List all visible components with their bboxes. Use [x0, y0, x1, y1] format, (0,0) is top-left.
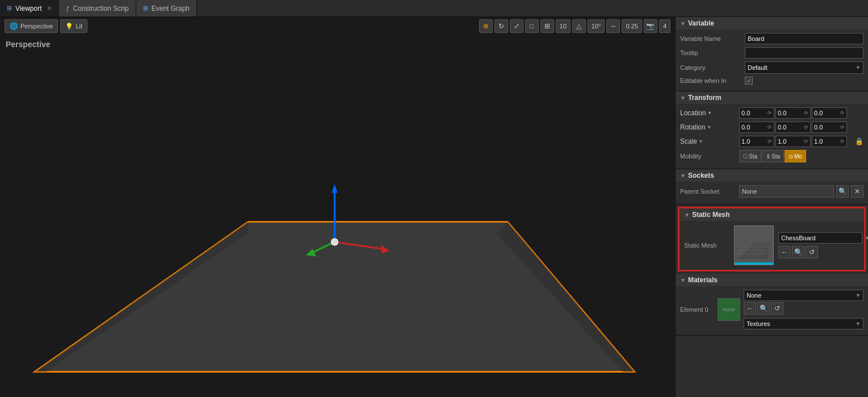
lit-icon: 💡	[65, 23, 73, 30]
rotation-z-value: 0.0	[814, 124, 823, 131]
tab-eventgraph[interactable]: ⊞ Event Graph	[136, 0, 197, 16]
mesh-search-button[interactable]: 🔍	[792, 246, 804, 258]
grid-value-button[interactable]: 10	[556, 19, 571, 33]
viewport-toolbar-right: ⊕ ↻ ⤢ □ ⊞ 10 △	[479, 19, 670, 33]
mesh-preview-svg	[735, 226, 773, 265]
tooltip-row: Tooltip	[680, 47, 863, 58]
rotate-icon: ↻	[498, 22, 504, 30]
rotation-y-value: 0.0	[778, 124, 786, 131]
static-mesh-section-header[interactable]: ▼ Static Mesh	[680, 208, 864, 221]
scale-button[interactable]: ⤢	[510, 19, 523, 33]
textures-label: Textures	[747, 320, 770, 327]
material-controls: None ▼ ← 🔍 ↺	[744, 290, 863, 329]
move-icon-button[interactable]: ↔	[606, 19, 620, 33]
tab-viewport-label: Viewport	[15, 5, 41, 12]
sockets-section-content: Parent Socket 🔍 ✕	[676, 182, 868, 204]
parent-socket-input[interactable]	[739, 185, 834, 198]
location-row: Location ▼ 0.0 ⟳ 0.0 ⟳ 0.0	[680, 107, 863, 119]
rotation-x-input[interactable]: 0.0 ⟳	[739, 122, 774, 133]
variable-name-input[interactable]	[745, 33, 863, 44]
back-arrow-icon: ←	[781, 248, 788, 256]
construction-tab-icon: ƒ	[66, 5, 69, 12]
location-y-input[interactable]: 0.0 ⟳	[775, 107, 811, 119]
mesh-search-icon: 🔍	[794, 248, 803, 256]
sockets-section: ▼ Sockets Parent Socket 🔍 ✕	[676, 169, 868, 204]
viewport-scene[interactable]: Perspective	[0, 17, 675, 397]
location-x-input[interactable]: 0.0 ⟳	[739, 107, 774, 119]
mobility-stationary-button[interactable]: ⇕ Sta	[762, 150, 784, 162]
mesh-reload-button[interactable]: ↺	[806, 246, 818, 258]
scale-z-arrow-icon: ⟳	[840, 139, 845, 144]
surface-button[interactable]: □	[525, 19, 539, 33]
tooltip-input[interactable]	[745, 47, 863, 58]
transform-section-header[interactable]: ▼ Transform	[676, 91, 868, 104]
mobility-movable-button[interactable]: ⊙ Mo	[785, 150, 806, 162]
material-search-button[interactable]: 🔍	[757, 302, 770, 315]
angle-value-button[interactable]: 10°	[588, 19, 605, 33]
perspective-button[interactable]: 🌐 Perspective	[5, 19, 58, 33]
rotation-y-input[interactable]: 0.0 ⟳	[775, 122, 811, 133]
rotation-z-input[interactable]: 0.0 ⟳	[812, 122, 847, 133]
socket-clear-button[interactable]: ✕	[851, 185, 863, 198]
variable-arrow-icon: ▼	[680, 20, 686, 27]
tab-viewport-close[interactable]: ✕	[47, 5, 52, 11]
camera-button[interactable]: 📷	[644, 19, 657, 33]
scale-x-input[interactable]: 1.0 ⟳	[739, 136, 774, 147]
mesh-thumbnail-bar	[735, 262, 773, 265]
surface-icon: □	[530, 22, 534, 30]
scale-x-value: 1.0	[741, 138, 750, 145]
snap-button[interactable]: ⊞	[540, 19, 554, 33]
location-z-input[interactable]: 0.0 ⟳	[812, 107, 847, 119]
scene-svg	[0, 17, 675, 397]
tab-viewport[interactable]: ⊞ Viewport ✕	[0, 0, 59, 16]
variable-section-content: Variable Name Tooltip Category Default ▼…	[676, 30, 868, 91]
rotate-button[interactable]: ↻	[494, 19, 508, 33]
rotation-inputs: 0.0 ⟳ 0.0 ⟳ 0.0 ⟳	[739, 122, 863, 133]
translate-icon: ⊕	[483, 22, 489, 30]
scale-z-input[interactable]: 1.0 ⟳	[812, 136, 847, 147]
category-row: Category Default ▼	[680, 61, 863, 74]
material-reload-button[interactable]: ↺	[771, 302, 783, 315]
parent-socket-row: Parent Socket 🔍 ✕	[680, 185, 863, 198]
camera-value-button[interactable]: 4	[659, 19, 670, 33]
location-x-value: 0.0	[741, 110, 750, 116]
scale-label-group: Scale ▼	[680, 137, 737, 145]
lit-button[interactable]: 💡 Lit	[60, 19, 87, 33]
viewport-toolbar: 🌐 Perspective 💡 Lit ⊕ ↻ ⤢ □	[0, 17, 675, 35]
variable-section-header[interactable]: ▼ Variable	[676, 17, 868, 30]
mesh-name-input[interactable]	[778, 232, 862, 244]
right-panel: ▼ Variable Variable Name Tooltip Categor…	[675, 17, 868, 397]
scale-label: Scale	[680, 137, 697, 145]
mesh-controls: ▼ ← 🔍 ↺	[778, 232, 868, 258]
scale-y-input[interactable]: 1.0 ⟳	[775, 136, 811, 147]
material-action-buttons: ← 🔍 ↺	[744, 302, 863, 315]
location-dropdown-icon: ▼	[707, 110, 712, 116]
variable-section-title: Variable	[688, 19, 714, 27]
sockets-section-header[interactable]: ▼ Sockets	[676, 169, 868, 182]
textures-dropdown[interactable]: Textures ▼	[744, 318, 863, 329]
angle-icon-button[interactable]: △	[572, 19, 586, 33]
category-dropdown[interactable]: Default ▼	[745, 61, 863, 74]
scale-lock-icon[interactable]: 🔒	[855, 137, 863, 145]
material-back-button[interactable]: ←	[744, 302, 756, 315]
material-back-icon: ←	[747, 304, 753, 312]
material-reload-icon: ↺	[774, 304, 780, 312]
materials-content: Element 0 None None ▼ ←	[676, 286, 868, 335]
material-element-row: Element 0 None None ▼ ←	[680, 290, 863, 329]
mesh-row: Static Mesh	[684, 225, 859, 265]
mobility-row: Mobility Sta ⇕ Sta ⊙ Mo	[680, 150, 863, 162]
material-dropdown-arrow-icon: ▼	[856, 292, 861, 298]
move-value-button[interactable]: 0.25	[622, 19, 641, 33]
mobility-static-button[interactable]: Sta	[739, 150, 761, 162]
materials-section-header[interactable]: ▼ Materials	[676, 274, 868, 286]
socket-search-button[interactable]: 🔍	[836, 185, 849, 198]
materials-arrow-icon: ▼	[680, 277, 686, 283]
translate-button[interactable]: ⊕	[479, 19, 493, 33]
category-label: Category	[680, 64, 743, 71]
perspective-label: Perspective	[20, 23, 53, 30]
mesh-dropdown-arrow-icon: ▼	[863, 234, 868, 242]
mesh-back-button[interactable]: ←	[778, 246, 791, 258]
editable-checkbox[interactable]	[745, 77, 753, 85]
tab-construction[interactable]: ƒ Construction Scrip	[59, 0, 136, 16]
material-dropdown[interactable]: None ▼	[744, 290, 863, 301]
